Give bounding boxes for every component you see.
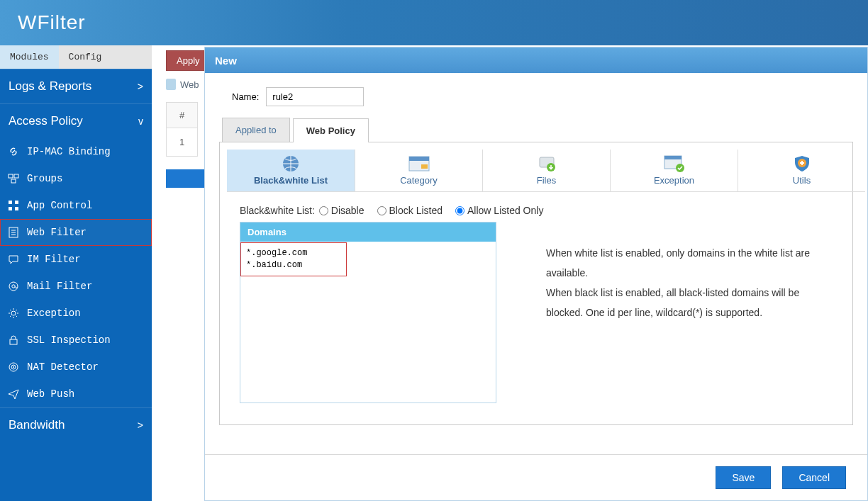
plus-shield-icon (791, 155, 813, 172)
sidebar-item-label: App Control (27, 200, 92, 211)
groups-icon (7, 172, 20, 185)
sidebar-item-ipmac[interactable]: IP-MAC Binding (0, 138, 152, 165)
radio-block[interactable]: Block Listed (377, 205, 443, 216)
policy-tab-label: Exception (654, 175, 694, 186)
svg-rect-0 (9, 174, 13, 178)
name-input[interactable] (266, 87, 364, 106)
domains-column: Domains (240, 222, 496, 403)
sidebar-item-imfilter[interactable]: IM Filter (0, 246, 152, 273)
svg-rect-25 (664, 156, 681, 159)
sidebar-item-nat[interactable]: NAT Detector (0, 354, 152, 381)
sidebar-item-label: SSL Inspection (27, 334, 111, 346)
sidebar-item-label: IP-MAC Binding (27, 146, 111, 157)
tab-applied-to[interactable]: Applied to (222, 118, 290, 142)
policy-tab-label: Category (400, 175, 438, 186)
name-row: Name: (232, 87, 853, 106)
svg-rect-1 (14, 174, 18, 178)
chevron-right-icon: > (138, 81, 143, 92)
window-check-icon (664, 155, 685, 172)
policy-tab-exception[interactable]: Exception (610, 150, 738, 192)
sidebar-section-label: Bandwidth (9, 418, 65, 432)
sidebar-section-logs[interactable]: Logs & Reports > (0, 69, 152, 103)
sidebar-item-label: NAT Detector (27, 361, 99, 373)
policy-tabs: Black&white List Category Files Exceptio… (227, 150, 845, 192)
sidebar-section-bandwidth[interactable]: Bandwidth > (0, 407, 152, 442)
sidebar-tab-modules[interactable]: Modules (0, 45, 59, 69)
page-icon (166, 79, 176, 90)
svg-rect-5 (9, 207, 12, 210)
sidebar-item-appcontrol[interactable]: App Control (0, 192, 152, 219)
sidebar-item-webfilter[interactable]: Web Filter (0, 219, 152, 246)
at-icon (7, 280, 20, 293)
send-icon (7, 388, 20, 400)
svg-rect-14 (10, 339, 17, 344)
svg-rect-4 (15, 201, 18, 204)
policy-tab-label: Black&white List (254, 175, 328, 186)
lock-icon (7, 334, 20, 347)
svg-point-13 (11, 311, 16, 315)
grid-icon (7, 199, 20, 212)
radio-disable[interactable]: Disable (319, 205, 365, 216)
save-button[interactable]: Save (716, 466, 771, 489)
sidebar-item-mailfilter[interactable]: Mail Filter (0, 273, 152, 300)
sidebar-item-label: Groups (27, 173, 62, 184)
chat-icon (7, 253, 20, 266)
panel-footer: Save Cancel (205, 454, 867, 500)
svg-rect-2 (11, 179, 16, 183)
td-index: 1 (167, 128, 197, 156)
sidebar-item-webpush[interactable]: Web Push (0, 381, 152, 407)
new-rule-panel: New Name: Applied to Web Policy Black&wh… (204, 47, 868, 501)
panel-body: Name: Applied to Web Policy Black&white … (205, 73, 867, 454)
panel-title: New (205, 47, 867, 73)
tab-body: Black&white List Category Files Exceptio… (219, 142, 853, 425)
sidebar-section-access[interactable]: Access Policy v (0, 103, 152, 138)
domains-title: Domains (240, 223, 496, 242)
page-icon (7, 226, 20, 239)
svg-rect-6 (15, 207, 18, 210)
policy-tab-label: Utils (793, 175, 811, 186)
domains-textarea[interactable] (240, 242, 496, 400)
radio-disable-input[interactable] (319, 206, 328, 215)
policy-tab-files[interactable]: Files (482, 150, 610, 192)
sidebar-item-label: Exception (27, 308, 81, 319)
sidebar-item-label: Web Push (27, 388, 74, 400)
sidebar-item-exception[interactable]: Exception (0, 300, 152, 327)
sidebar-item-label: IM Filter (27, 254, 81, 265)
policy-tab-blackwhite[interactable]: Black&white List (227, 150, 355, 192)
policy-tab-utils[interactable]: Utils (738, 150, 865, 192)
gear-icon (7, 307, 20, 320)
svg-rect-20 (409, 157, 429, 161)
app-logo: WFilter (18, 11, 86, 34)
sidebar-items: IP-MAC Binding Groups App Control Web Fi… (0, 138, 152, 407)
download-icon (536, 155, 557, 172)
policy-tab-category[interactable]: Category (355, 150, 482, 192)
sidebar-tab-config[interactable]: Config (59, 45, 112, 69)
background-new-button[interactable] (166, 169, 208, 188)
radar-icon (7, 361, 20, 373)
svg-rect-21 (421, 164, 428, 169)
hint-column: When white list is enabled, only domains… (546, 222, 833, 322)
tab-web-policy[interactable]: Web Policy (293, 118, 369, 142)
radio-allow-input[interactable] (455, 206, 464, 215)
sidebar-item-groups[interactable]: Groups (0, 165, 152, 192)
svg-rect-3 (9, 201, 12, 204)
chevron-right-icon: > (138, 420, 143, 431)
name-label: Name: (232, 91, 259, 102)
sidebar-item-label: Mail Filter (27, 281, 92, 292)
policy-tab-label: Files (537, 175, 556, 186)
cancel-button[interactable]: Cancel (782, 466, 846, 489)
th-index: # (167, 103, 197, 128)
radio-allow[interactable]: Allow Listed Only (455, 205, 543, 216)
sidebar-section-label: Logs & Reports (9, 79, 91, 94)
svg-point-12 (12, 285, 15, 288)
globe-icon (280, 155, 301, 172)
sidebar-item-ssl[interactable]: SSL Inspection (0, 327, 152, 354)
hint-text-1: When white list is enabled, only domains… (546, 243, 833, 283)
link-icon (7, 145, 20, 158)
page-title-row: Web (166, 79, 199, 90)
radio-block-input[interactable] (377, 206, 386, 215)
sidebar-section-label: Access Policy (9, 114, 83, 128)
blackwhite-mode-row: Black&white List: Disable Block Listed A… (240, 205, 845, 216)
window-icon (408, 155, 430, 172)
page-title-text: Web (180, 79, 199, 90)
